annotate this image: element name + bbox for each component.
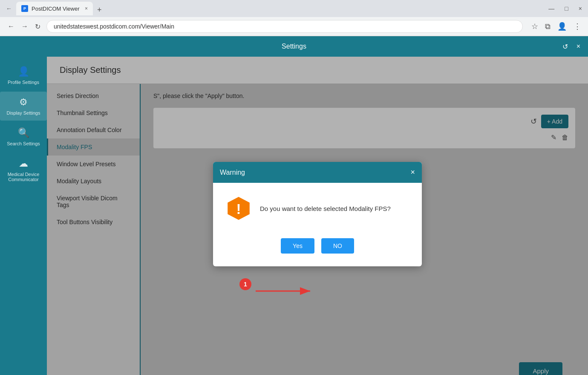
- settings-close-button[interactable]: ×: [574, 42, 583, 52]
- sidebar-label-medical: Medical Device Communicator: [3, 172, 43, 182]
- profile-icon: 👤: [18, 66, 29, 77]
- main-panel: Display Settings Series Direction Thumbn…: [47, 57, 588, 375]
- browser-actions: ☆ ⧉ 👤 ⋮: [530, 20, 583, 33]
- extensions-button[interactable]: ⧉: [543, 20, 552, 33]
- settings-header: Settings ↺ ×: [0, 36, 588, 57]
- sidebar-label-display: Display Settings: [7, 110, 40, 115]
- warning-yes-button[interactable]: Yes: [281, 238, 314, 254]
- warning-message: Do you want to delete selected Modality …: [260, 205, 391, 212]
- window-close-button[interactable]: ×: [576, 3, 585, 14]
- display-icon: ⚙: [19, 97, 28, 108]
- new-tab-button[interactable]: +: [95, 5, 104, 15]
- warning-close-button[interactable]: ×: [410, 168, 415, 177]
- settings-window: Settings ↺ × 👤 Profile Settings ⚙ Displa…: [0, 36, 588, 375]
- sidebar: 👤 Profile Settings ⚙ Display Settings 🔍 …: [0, 57, 47, 375]
- forward-nav-button[interactable]: →: [19, 21, 31, 32]
- address-bar: ← → ↻ unitedstateswest.postdicom.com/Vie…: [0, 17, 588, 36]
- nav-controls: ← → ↻: [5, 21, 43, 32]
- warning-hex-icon: !: [226, 196, 251, 221]
- browser-chrome: ← P PostDICOM Viewer × + — □ × ← → ↻ uni…: [0, 0, 588, 36]
- sidebar-item-profile[interactable]: 👤 Profile Settings: [0, 61, 47, 90]
- settings-header-actions: ↺ ×: [560, 42, 583, 52]
- maximize-button[interactable]: □: [562, 3, 571, 14]
- menu-button[interactable]: ⋮: [572, 20, 583, 33]
- settings-title: Settings: [282, 43, 306, 50]
- medical-icon: ☁: [19, 158, 28, 169]
- profile-button[interactable]: 👤: [556, 20, 568, 33]
- warning-dialog: Warning × ! Do you want to delete select…: [213, 162, 422, 266]
- sidebar-label-search: Search Settings: [7, 141, 40, 146]
- warning-no-button[interactable]: NO: [321, 238, 354, 254]
- back-button[interactable]: ←: [3, 3, 14, 14]
- search-icon: 🔍: [18, 127, 29, 138]
- bookmark-button[interactable]: ☆: [530, 20, 540, 33]
- minimize-button[interactable]: —: [546, 3, 557, 14]
- back-nav-button[interactable]: ←: [5, 21, 17, 32]
- url-text: unitedstateswest.postdicom.com/Viewer/Ma…: [54, 23, 516, 30]
- annotation-circle-1: 1: [239, 278, 251, 290]
- warning-footer: Yes NO: [213, 234, 422, 266]
- warning-title: Warning: [220, 169, 245, 176]
- settings-reset-button[interactable]: ↺: [560, 42, 571, 52]
- tab-label: PostDICOM Viewer: [32, 6, 79, 12]
- refresh-nav-button[interactable]: ↻: [32, 21, 43, 32]
- warning-header: Warning ×: [213, 162, 422, 183]
- settings-body: 👤 Profile Settings ⚙ Display Settings 🔍 …: [0, 57, 588, 375]
- tab-favicon: P: [21, 5, 28, 12]
- svg-text:!: !: [236, 201, 241, 217]
- warning-body: ! Do you want to delete selected Modalit…: [213, 183, 422, 234]
- tab-close-button[interactable]: ×: [85, 6, 88, 12]
- url-bar[interactable]: unitedstateswest.postdicom.com/Viewer/Ma…: [46, 20, 523, 33]
- sidebar-item-medical[interactable]: ☁ Medical Device Communicator: [0, 153, 47, 187]
- sidebar-item-display[interactable]: ⚙ Display Settings: [0, 92, 47, 121]
- sidebar-item-search[interactable]: 🔍 Search Settings: [0, 122, 47, 151]
- browser-tab[interactable]: P PostDICOM Viewer ×: [16, 2, 93, 15]
- sidebar-label-profile: Profile Settings: [8, 80, 39, 85]
- titlebar: ← P PostDICOM Viewer × + — □ ×: [0, 0, 588, 17]
